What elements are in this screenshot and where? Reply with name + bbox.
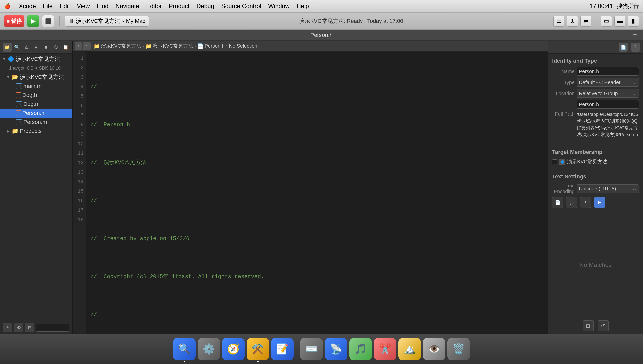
editor-version-btn[interactable]: ⇌ (580, 16, 591, 27)
dock-photos[interactable]: 🏔️ (398, 338, 421, 360)
text-settings-icons-row: 📄 { } 👁 ⊞ (552, 197, 639, 208)
dock-preview[interactable]: 👁️ (423, 338, 445, 360)
chevron-right-icon: › (122, 18, 124, 24)
separator-2 (596, 16, 596, 26)
menu-file[interactable]: File (39, 2, 56, 11)
menu-navigate[interactable]: Navigate (112, 2, 143, 11)
breadcrumb-folder-2[interactable]: 📁 演示KVC常见方法 (145, 43, 193, 50)
products-folder-icon: 📁 (12, 128, 18, 134)
breadcrumb-sep-1: › (143, 44, 144, 48)
inspector-header: 📄 ? (548, 41, 643, 54)
jumpbar: ‹ › 📁 演示KVC常见方法 › 📁 演示KVC常见方法 › 📄 Person… (73, 41, 548, 52)
nav-folder-icon[interactable]: 📁 (3, 43, 12, 52)
project-group[interactable]: ▼ 📂 演示KVC常见方法 (0, 73, 72, 82)
filter-input[interactable] (36, 324, 69, 332)
editor-standard-btn[interactable]: ☰ (553, 16, 564, 27)
dock-scissors[interactable]: ✂️ (374, 338, 396, 360)
inspector-help-btn[interactable]: ? (631, 43, 640, 52)
products-group[interactable]: ▶ 📁 Products (0, 127, 72, 136)
back-button[interactable]: ‹ (75, 42, 82, 50)
stop-button[interactable]: ■ 暂停 (4, 15, 24, 27)
filter-button[interactable]: ⊟ (25, 323, 34, 332)
file-person-m[interactable]: m Person.m (0, 118, 72, 127)
dock-safari[interactable]: 🧭 (222, 338, 245, 360)
dock-xcode[interactable]: ⚒️ (247, 338, 269, 360)
location-dropdown[interactable]: Relative to Group ⌄ (577, 89, 639, 98)
menu-source-control[interactable]: Source Control (218, 2, 265, 11)
stop-square-button[interactable]: ⬛ (42, 15, 54, 27)
nav-breakpoint-icon[interactable]: ⬡ (51, 43, 60, 52)
project-root[interactable]: ▼ 🔷 演示KVC常见方法 (0, 55, 72, 64)
nav-warning-icon[interactable]: ⚠ (22, 43, 31, 52)
dock-finder[interactable]: 🔍 (173, 338, 196, 360)
history-button[interactable]: ⟲ (14, 323, 23, 332)
text-setting-grid-btn[interactable]: ⊞ (594, 197, 605, 208)
menu-debug[interactable]: Debug (193, 2, 218, 11)
add-file-button[interactable]: + (3, 323, 12, 332)
menu-product[interactable]: Product (165, 2, 193, 11)
code-line-4: // (90, 196, 544, 206)
nav-debug-icon[interactable]: ⧫ (42, 43, 51, 52)
scissors-icon: ✂️ (379, 343, 391, 355)
menu-editor[interactable]: Editor (143, 2, 165, 11)
stop-icon: ■ (6, 18, 10, 24)
text-setting-eye-btn[interactable]: 👁 (580, 197, 591, 208)
type-dropdown[interactable]: Default - C Header ⌄ (577, 78, 639, 87)
disclosure-group-icon: ▼ (6, 75, 10, 79)
menu-window[interactable]: Window (265, 2, 293, 11)
code-content[interactable]: // // Person.h // 演示KVC常见方法 // (86, 52, 548, 334)
destination-name: My Mac (126, 18, 145, 24)
dock-system-prefs[interactable]: ⚙️ (198, 338, 220, 360)
input-method[interactable]: 搜狗拼音 (617, 2, 639, 10)
file-dog-h[interactable]: h Dog.h (0, 91, 72, 100)
target-checkbox[interactable] (552, 160, 557, 164)
file-dog-m[interactable]: m Dog.m (0, 100, 72, 109)
dock-notes[interactable]: 📝 (271, 338, 294, 360)
name-value[interactable]: Person.h (577, 67, 639, 76)
breadcrumb-no-selection[interactable]: No Selection (229, 43, 257, 49)
file-main-m[interactable]: m main.m (0, 82, 72, 91)
fullpath-container: /Users/apple/Desktop/0124iOS就业班/课程内容/UI基… (577, 111, 639, 138)
text-setting-file-btn[interactable]: 📄 (552, 197, 563, 208)
dock-music[interactable]: 🎵 (349, 338, 372, 360)
dock-filezilla[interactable]: 📡 (325, 338, 347, 360)
code-editor[interactable]: 12345 678910 1112131415 161718 // // Per… (73, 52, 548, 334)
name-label: Name (552, 69, 575, 74)
text-setting-braces-btn[interactable]: { } (566, 197, 577, 208)
breadcrumb-file[interactable]: 📄 Person.h (197, 43, 225, 49)
project-name: 演示KVC常见方法 (16, 56, 60, 63)
inspector-file-btn[interactable]: 📄 (619, 43, 628, 52)
apple-menu[interactable]: 🍎 (4, 3, 10, 9)
file-m-icon: m (16, 84, 22, 89)
text-encoding-dropdown[interactable]: Unicode (UTF-8) ⌄ (577, 184, 639, 193)
menu-view[interactable]: View (73, 2, 93, 11)
dock-terminal[interactable]: ⌨️ (300, 338, 323, 360)
menu-xcode[interactable]: Xcode (15, 2, 39, 11)
editor-assistant-btn[interactable]: ⊕ (567, 16, 578, 27)
add-tab-button[interactable]: + (631, 30, 639, 38)
menu-edit[interactable]: Edit (56, 2, 73, 11)
scheme-icon: 🖥 (68, 18, 74, 24)
inspector-toggle-btn[interactable]: ▮ (628, 16, 639, 27)
menu-help[interactable]: Help (293, 2, 312, 11)
breadcrumb-folder-1[interactable]: 📁 演示KVC常见方法 (94, 43, 141, 50)
file-person-h[interactable]: h Person.h (0, 109, 72, 118)
navigator-toggle-btn[interactable]: ▭ (601, 16, 612, 27)
nav-test-icon[interactable]: ◈ (32, 43, 41, 52)
nav-search-icon[interactable]: 🔍 (12, 43, 21, 52)
insp-refresh-btn[interactable]: ↺ (598, 320, 609, 332)
insp-grid-btn[interactable]: ⊞ (583, 320, 594, 332)
debug-toggle-btn[interactable]: ▬ (614, 16, 625, 27)
location-sub-value[interactable]: Person.h (577, 100, 639, 109)
nav-log-icon[interactable]: 📋 (61, 43, 70, 52)
no-selection-label: No Selection (229, 43, 257, 49)
scheme-selector[interactable]: 🖥 演示KVC常见方法 › My Mac (65, 16, 149, 27)
file-m-icon-dog: m (16, 102, 22, 107)
project-icon: 🔷 (8, 56, 14, 62)
tab-person-h[interactable]: Person.h (305, 32, 338, 38)
forward-button[interactable]: › (83, 42, 91, 50)
menu-find[interactable]: Find (93, 2, 112, 11)
dock-trash[interactable]: 🗑️ (447, 338, 470, 360)
run-button[interactable]: ▶ (27, 15, 39, 27)
filename-dog-h: Dog.h (22, 92, 37, 98)
